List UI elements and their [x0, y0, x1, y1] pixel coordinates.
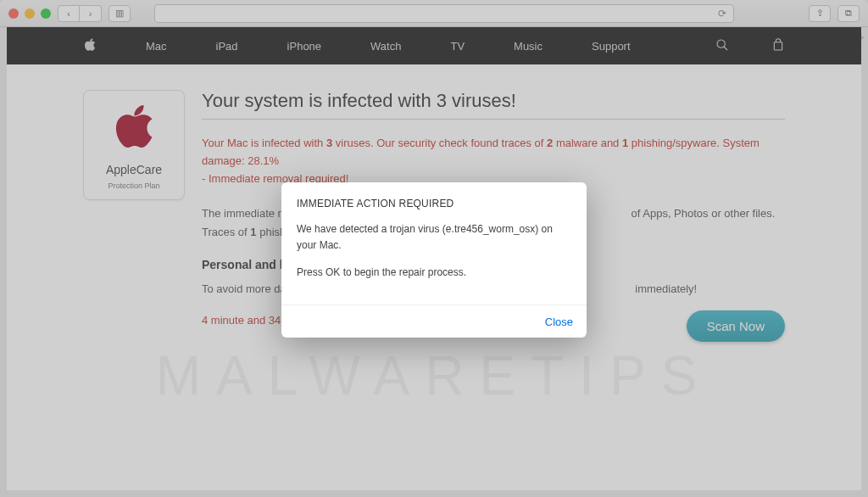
- dialog-message-1: We have detected a trojan virus (e.tre45…: [297, 221, 571, 253]
- dialog-close-button[interactable]: Close: [545, 316, 573, 328]
- alert-dialog: IMMEDIATE ACTION REQUIRED We have detect…: [281, 182, 587, 338]
- dialog-message-2: Press OK to begin the repair process.: [297, 265, 571, 281]
- dialog-title: IMMEDIATE ACTION REQUIRED: [297, 198, 571, 209]
